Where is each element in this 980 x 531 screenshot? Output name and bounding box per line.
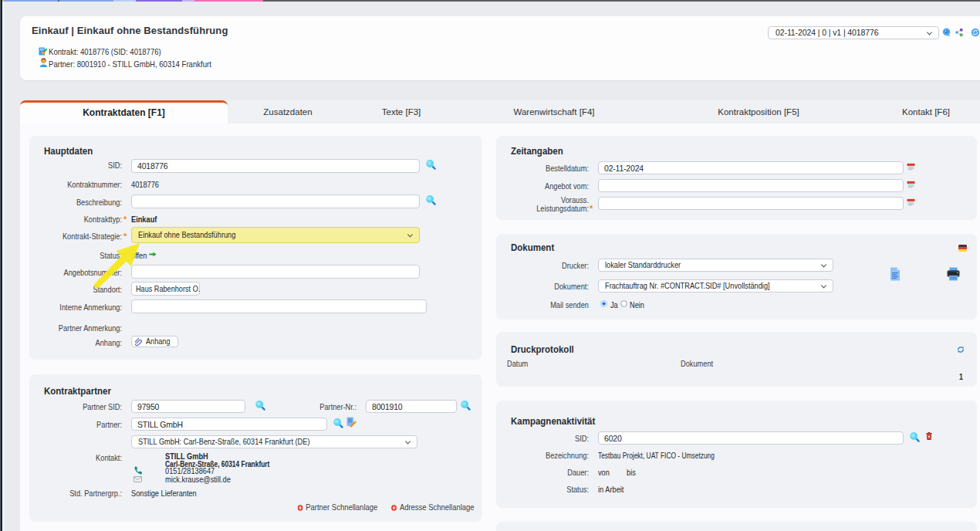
kampagne-status-label: Status: [507,485,589,494]
mail-senden-label: Mail senden [507,300,589,309]
sid-input[interactable] [131,159,420,173]
radio-ja[interactable] [600,300,607,307]
angebot-vom-input[interactable] [598,179,904,192]
edit-partner-icon[interactable] [346,417,357,428]
panel-kontraktpartner: Kontraktpartner Partner SID: Partner-Nr.… [29,374,482,522]
chat-search-icon[interactable] [942,28,951,37]
dokument-select[interactable]: Frachtauftrag Nr. #CONTRACT.SID# [Unvoll… [598,279,833,293]
angebotsnummer-input[interactable] [131,265,420,279]
tab-warenwirtschaft[interactable]: Warenwirtschaft [F4] [461,100,647,123]
chevron-down-icon [405,438,411,444]
beschreibung-input[interactable] [131,194,420,208]
window-left-edge-light [2,2,4,531]
delete-icon[interactable] [926,432,932,440]
share-nodes-icon[interactable] [955,28,964,37]
drucker-select[interactable]: lokaler Standarddrucker [598,259,833,272]
search-icon[interactable] [460,400,471,411]
interne-anmerkung-input[interactable] [131,299,427,313]
search-icon[interactable] [425,159,436,170]
sync-circle-icon[interactable] [971,28,980,37]
partner-line: Partner: 8001910 - STILL GmbH, 60314 Fra… [49,59,211,69]
partnergrp-label: Std. Partnergrp.: [40,489,122,498]
radio-nein-label: Nein [630,300,644,309]
tab-bar: Kontraktdaten [F1] Zusatzdaten Texte [F3… [20,100,980,123]
search-icon[interactable] [255,400,265,411]
kampagne-sid-input[interactable] [598,431,904,445]
adresse-schnellanlage-label: Adresse Schnellanlage [400,502,475,512]
radio-nein[interactable] [620,300,627,307]
tab-label: Kontakt [F6] [902,107,950,117]
section-title-hauptdaten: Hauptdaten [44,146,93,157]
tab-color-segment [194,0,263,2]
kampagne-status-value: in Arbeit [598,485,623,494]
tab-texte[interactable]: Texte [F3] [324,100,478,123]
tab-label: Kontraktdaten [F1] [83,107,165,118]
standort-label: Standort: [40,285,122,294]
tab-kontraktposition[interactable]: Kontraktposition [F5] [666,100,851,123]
chevron-down-icon [407,232,413,237]
kontrakttyp-value: Einkauf [131,215,157,224]
panel-next-stub [496,522,977,531]
search-icon[interactable] [333,418,343,428]
drucker-select-value: lokaler Standarddrucker [605,259,681,271]
leistungsdatum-input[interactable] [598,197,904,210]
status-value: offen [131,251,147,260]
standort-button[interactable]: Haus Rabenhorst O. [131,282,200,296]
tab-kontakt[interactable]: Kontakt [F6] [849,100,980,123]
page-title: Einkauf | Einkauf ohne Bestandsführung [32,25,228,36]
dokument-select-value: Frachtauftrag Nr. #CONTRACT.SID# [Unvoll… [605,280,770,292]
kontakt-label: Kontakt: [40,453,122,462]
radio-ja-label: Ja [610,300,618,309]
adresse-schnellanlage-link[interactable]: Adresse Schnellanlage [392,502,475,512]
partner-schnellanlage-label: Partner Schnellanlage [306,502,378,512]
status-label: Status: [40,251,122,260]
partner-nr-label: Partner-Nr.: [299,402,357,411]
partner-address-select[interactable]: STILL GmbH: Carl-Benz-Straße, 60314 Fran… [131,435,417,448]
page-number[interactable]: 1 [959,373,963,381]
anhang-button-label: Anhang [146,337,170,347]
partner-nr-input[interactable] [366,400,457,413]
angebot-vom-label: Angebot vom: [507,181,589,191]
german-flag-icon[interactable] [958,245,967,252]
vorauss-label-line2: Leistungsdatum: [507,204,589,213]
dauer-von: von [598,468,610,477]
status-forward-icon[interactable] [149,252,157,257]
chevron-down-icon [821,262,826,267]
tab-kontraktdaten[interactable]: Kontraktdaten [F1] [20,100,228,123]
add-icon [392,505,397,511]
dokument-label: Dokument: [507,282,589,291]
search-icon[interactable] [909,431,920,442]
partner-sid-input[interactable] [131,400,245,413]
column-header-dokument: Dokument [681,359,713,368]
search-icon[interactable] [425,194,436,205]
calendar-icon[interactable] [907,163,915,171]
section-title-zeitangaben: Zeitangaben [511,146,563,157]
document-preview-icon[interactable] [890,267,901,281]
strategie-select[interactable]: Einkauf ohne Bestandsführung [131,227,420,243]
partner-sid-label: Partner SID: [40,402,122,411]
kampagne-sid-label: SID: [507,434,589,443]
required-mark: * [123,232,127,241]
chevron-down-icon [821,282,826,288]
anhang-button[interactable]: Anhang [131,336,178,347]
tab-color-segment [136,0,182,2]
calendar-icon[interactable] [907,198,915,206]
sid-label: SID: [40,161,122,170]
printer-icon[interactable] [947,267,960,281]
refresh-icon[interactable] [957,346,965,353]
tab-color-segment [4,0,58,2]
person-icon [39,58,48,67]
calendar-icon[interactable] [907,181,915,188]
contract-line: Kontrakt: 4018776 (SID: 4018776) [49,47,161,56]
column-header-datum: Datum [507,359,528,368]
drucker-label: Drucker: [507,261,589,270]
flag-stripe [958,249,967,252]
bestelldatum-input[interactable] [598,161,904,174]
tab-label: Warenwirtschaft [F4] [513,107,594,117]
partner-input[interactable] [131,418,327,431]
dauer-label: Dauer: [507,468,589,477]
tab-label: Kontraktposition [F5] [718,107,799,117]
header-card: Einkauf | Einkauf ohne Bestandsführung K… [20,16,980,80]
version-select[interactable]: 02-11-2024 | 0 | v1 | 4018776 [768,26,939,39]
partner-schnellanlage-link[interactable]: Partner Schnellanlage [298,502,380,512]
